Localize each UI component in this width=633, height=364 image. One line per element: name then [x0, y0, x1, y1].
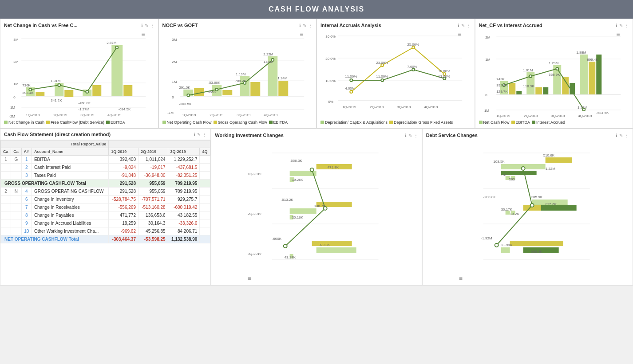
svg-text:-108.5K: -108.5K: [492, 160, 505, 164]
col-q1: 1Q-2019: [109, 148, 138, 156]
edit-icon3[interactable]: ✎: [461, 23, 465, 28]
table-header: Cash Flow Statement (direct creation met…: [0, 129, 210, 140]
svg-point-159: [310, 168, 314, 172]
menu-icon5[interactable]: ⋮: [414, 133, 418, 138]
table-menu-icon[interactable]: ⋮: [202, 132, 207, 137]
info-icon5[interactable]: ℹ: [405, 133, 407, 138]
svg-text:1.01M: 1.01M: [523, 68, 533, 72]
table-title: Cash Flow Statement (direct creation met…: [4, 132, 111, 137]
svg-text:341.2K: 341.2K: [51, 98, 62, 102]
col-ca2: Ca: [11, 148, 21, 156]
svg-text:1M: 1M: [485, 58, 490, 62]
edit-icon6[interactable]: ✎: [619, 133, 623, 138]
chart3-icons[interactable]: ℹ ✎ ⋮: [458, 23, 471, 28]
edit-icon[interactable]: ✎: [145, 23, 148, 28]
svg-text:-303.5K: -303.5K: [179, 102, 192, 106]
chart6-title: Debt Service Changes: [426, 133, 478, 138]
svg-text:1Q-2019: 1Q-2019: [342, 105, 356, 109]
table-info-icon[interactable]: ℹ: [194, 132, 195, 137]
svg-rect-12: [36, 92, 44, 96]
table-icons[interactable]: ℹ ✎ ⋮: [194, 132, 207, 137]
info-icon[interactable]: ℹ: [141, 23, 143, 28]
info-icon2[interactable]: ℹ: [299, 23, 301, 28]
chart1-title: Net Change in Cash vs Free C...: [4, 23, 78, 28]
col-q2: 2Q-2019: [138, 148, 168, 156]
svg-text:19.26K: 19.26K: [292, 178, 304, 182]
menu-icon3[interactable]: ⋮: [467, 23, 471, 28]
menu-icon2[interactable]: ⋮: [308, 23, 313, 28]
chart1-icons[interactable]: ℹ ✎ ⋮: [141, 23, 154, 28]
edit-icon4[interactable]: ✎: [619, 23, 623, 28]
col-ca1: Ca: [1, 148, 11, 156]
svg-text:0%: 0%: [328, 100, 333, 104]
info-icon4[interactable]: ℹ: [616, 23, 617, 28]
svg-text:1Q-2019: 1Q-2019: [496, 114, 510, 118]
chart2-icons[interactable]: ℹ ✎ ⋮: [299, 23, 313, 28]
svg-text:471.8K: 471.8K: [328, 165, 339, 169]
svg-text:11.00%: 11.00%: [345, 74, 357, 78]
chart4-area: 2M 1M 0 -1M -2M: [479, 30, 629, 118]
menu-icon[interactable]: ⋮: [150, 23, 154, 28]
svg-text:1Q-2019: 1Q-2019: [248, 172, 262, 176]
chart-debt-service: Debt Service Changes ℹ ✎ ⋮ ≡: [422, 129, 633, 286]
svg-text:25.00%: 25.00%: [407, 43, 419, 47]
svg-text:2.87M: 2.87M: [107, 41, 117, 45]
svg-text:≡: ≡: [458, 31, 461, 38]
svg-text:4.00%: 4.00%: [345, 86, 355, 90]
col-q3: 3Q-2019: [168, 148, 200, 156]
svg-point-85: [381, 79, 384, 82]
svg-text:11.99K: 11.99K: [501, 243, 512, 247]
svg-text:825.6K: 825.6K: [545, 202, 557, 206]
svg-point-22: [115, 46, 118, 49]
svg-text:568.9K: 568.9K: [549, 73, 560, 77]
svg-text:669.4K: 669.4K: [531, 250, 542, 254]
svg-text:-2M: -2M: [9, 114, 15, 118]
svg-text:-53.60K: -53.60K: [208, 81, 221, 85]
report-value-header: Total Report_value: [1, 141, 109, 148]
svg-text:2M: 2M: [172, 60, 177, 64]
svg-text:4Q-2019: 4Q-2019: [264, 113, 278, 117]
svg-text:-1M: -1M: [483, 109, 489, 113]
svg-rect-18: [123, 85, 132, 96]
svg-text:736K: 736K: [22, 83, 31, 87]
cashflow-table: Total Report_value Ca Ca A# Account_Name…: [0, 140, 210, 243]
svg-text:2M: 2M: [485, 35, 490, 39]
svg-text:129.7K: 129.7K: [496, 90, 508, 94]
svg-text:-1M: -1M: [9, 106, 15, 110]
chart5-area: ≡ 1Q-2019 2Q-2019 3Q-2019: [215, 140, 418, 282]
chart6-area: ≡: [426, 140, 629, 282]
svg-text:-280.8K: -280.8K: [483, 195, 496, 199]
chart3-area: 30.0% 20.0% 10.0% 0%: [320, 30, 471, 118]
table-row: 7 Change in Receivables -556,269 -513,16…: [1, 204, 210, 211]
chart-net-change-cash: Net Change in Cash vs Free C... ℹ ✎ ⋮ 3M…: [0, 19, 158, 129]
chart4-legend: Net Cash Flow EBITDA Interest Accrued: [479, 120, 629, 125]
edit-icon5[interactable]: ✎: [408, 133, 412, 138]
svg-text:12.00%: 12.00%: [438, 74, 450, 78]
svg-point-80: [350, 90, 352, 93]
chart6-icons[interactable]: ℹ ✎ ⋮: [616, 133, 629, 138]
svg-text:291.5K: 291.5K: [179, 86, 190, 90]
svg-point-124: [556, 67, 558, 70]
svg-text:10.0%: 10.0%: [325, 79, 336, 83]
svg-rect-53: [278, 81, 288, 96]
svg-rect-177: [545, 157, 572, 163]
svg-rect-51: [250, 82, 260, 96]
chart5-icons[interactable]: ℹ ✎ ⋮: [405, 133, 418, 138]
info-icon6[interactable]: ℹ: [616, 133, 617, 138]
svg-text:2Q-2019: 2Q-2019: [53, 113, 67, 117]
table-edit-icon[interactable]: ✎: [197, 132, 201, 137]
chart4-header: Net_CF vs Interest Accrued ℹ ✎ ⋮: [479, 23, 629, 28]
svg-text:-2M: -2M: [483, 117, 489, 118]
svg-point-21: [86, 90, 88, 93]
edit-icon2[interactable]: ✎: [303, 23, 306, 28]
svg-text:2Q-2019: 2Q-2019: [524, 114, 538, 118]
chart4-icons[interactable]: ℹ ✎ ⋮: [616, 23, 629, 28]
menu-icon6[interactable]: ⋮: [625, 133, 629, 138]
svg-text:4Q-2019: 4Q-2019: [107, 113, 122, 117]
svg-text:1.24M: 1.24M: [277, 76, 288, 80]
svg-point-84: [350, 79, 352, 82]
svg-text:-600K: -600K: [272, 237, 282, 241]
menu-icon4[interactable]: ⋮: [625, 23, 629, 28]
info-icon3[interactable]: ℹ: [458, 23, 459, 28]
chart1-area: 3M 2M 1M 0 -1M -2M: [4, 30, 154, 118]
